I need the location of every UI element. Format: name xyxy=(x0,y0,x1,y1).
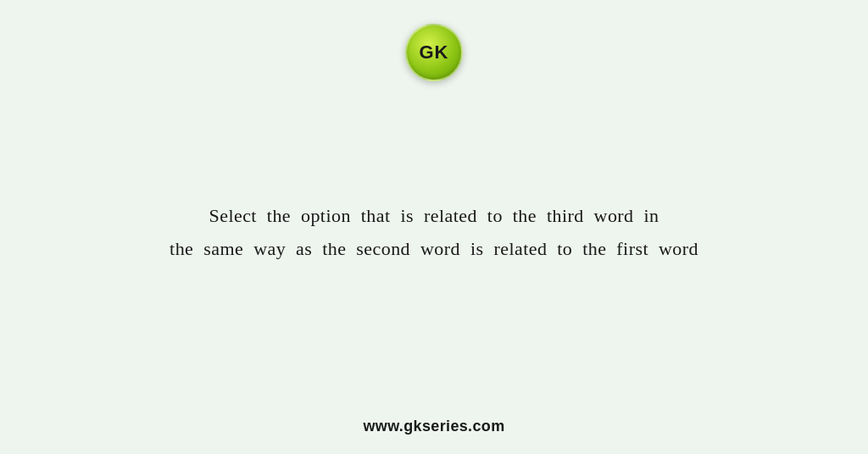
question-line2: the same way as the second word is relat… xyxy=(170,238,698,259)
question-line1: Select the option that is related to the… xyxy=(209,205,659,226)
gk-logo: GK xyxy=(405,24,463,81)
footer-url: www.gkseries.com xyxy=(363,418,504,435)
question-text: Select the option that is related to the… xyxy=(170,200,698,265)
logo-text: GK xyxy=(420,42,449,64)
main-content: Select the option that is related to the… xyxy=(102,47,766,418)
